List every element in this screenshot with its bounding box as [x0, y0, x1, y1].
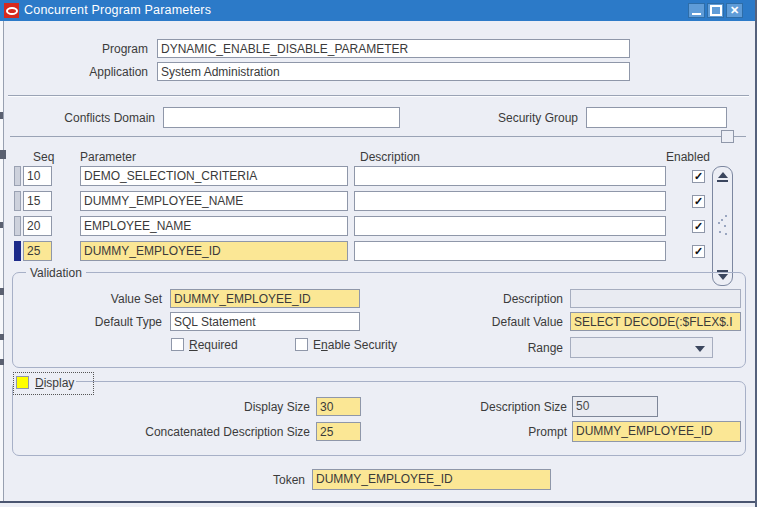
maximize-icon: [710, 5, 722, 16]
window-bottom-edge: [0, 501, 757, 503]
seq-field[interactable]: 10: [23, 166, 52, 186]
seq-header: Seq: [33, 150, 54, 164]
prompt-field[interactable]: DUMMY_EMPLOYEE_ID: [572, 421, 741, 442]
close-icon: ✕: [730, 4, 739, 17]
default-type-field[interactable]: SQL Statement: [170, 312, 360, 331]
range-dropdown[interactable]: [570, 337, 713, 358]
enabled-checkbox[interactable]: ✓: [692, 245, 705, 258]
background-fragment: [0, 222, 3, 228]
parameter-field[interactable]: DUMMY_EMPLOYEE_ID: [80, 241, 348, 261]
security-group-field[interactable]: [586, 107, 727, 128]
description-size-label: Description Size: [440, 400, 567, 414]
seq-field[interactable]: 20: [23, 216, 52, 236]
application-label: Application: [40, 65, 148, 79]
range-label: Range: [450, 341, 563, 355]
display-size-label: Display Size: [130, 400, 310, 414]
enabled-checkbox[interactable]: ✓: [692, 170, 705, 183]
dropdown-arrow-icon: [695, 346, 705, 352]
display-size-field[interactable]: 30: [316, 397, 361, 416]
validation-description-field[interactable]: [570, 289, 741, 308]
description-header: Description: [360, 150, 420, 164]
scroll-up-icon: [718, 172, 728, 178]
required-label: Required: [189, 338, 238, 352]
row-selector[interactable]: [14, 191, 21, 211]
minimize-button[interactable]: [688, 3, 705, 18]
description-field[interactable]: [354, 166, 666, 186]
seq-field[interactable]: 25: [23, 241, 52, 261]
display-frame: [12, 381, 746, 456]
concatenated-description-size-field[interactable]: 25: [316, 422, 361, 441]
enable-security-label: Enable Security: [313, 338, 397, 352]
default-value-field[interactable]: SELECT DECODE(:$FLEX$.I: [570, 312, 741, 331]
minimize-icon: [692, 13, 701, 15]
token-field[interactable]: DUMMY_EMPLOYEE_ID: [312, 469, 551, 490]
display-checkbox[interactable]: [16, 376, 29, 389]
parameter-field[interactable]: DEMO_SELECTION_CRITERIA: [80, 166, 348, 186]
seq-field[interactable]: 15: [23, 191, 52, 211]
description-field[interactable]: [354, 216, 666, 236]
default-value-label: Default Value: [450, 315, 563, 329]
block-checkbox[interactable]: [721, 130, 734, 143]
background-fragment: [0, 150, 6, 159]
parameter-header: Parameter: [80, 150, 136, 164]
conflicts-domain-label: Conflicts Domain: [20, 111, 155, 125]
close-button[interactable]: ✕: [726, 3, 743, 18]
security-group-label: Security Group: [460, 111, 578, 125]
program-label: Program: [40, 42, 148, 56]
parameter-field[interactable]: DUMMY_EMPLOYEE_NAME: [80, 191, 348, 211]
application-field[interactable]: System Administration: [157, 62, 630, 81]
validation-description-label: Description: [450, 292, 563, 306]
row-selector-selected[interactable]: [14, 241, 21, 261]
row-selector[interactable]: [14, 216, 21, 236]
conflicts-domain-field[interactable]: [163, 107, 400, 128]
title-bar[interactable]: Concurrent Program Parameters ✕: [0, 0, 757, 21]
background-window-sliver: [0, 21, 4, 501]
background-fragment: [0, 112, 3, 119]
concatenated-description-size-label: Concatenated Description Size: [130, 425, 310, 439]
description-field[interactable]: [354, 191, 666, 211]
parameter-field[interactable]: EMPLOYEE_NAME: [80, 216, 348, 236]
program-field[interactable]: DYNAMIC_ENABLE_DISABLE_PARAMETER: [157, 39, 630, 58]
value-set-field[interactable]: DUMMY_EMPLOYEE_ID: [170, 289, 360, 308]
validation-legend: Validation: [26, 266, 86, 280]
background-fragment: [0, 334, 4, 340]
enabled-header: Enabled: [630, 150, 710, 164]
concurrent-program-parameters-window: Concurrent Program Parameters ✕ Program …: [0, 0, 757, 507]
block-frame-line: [10, 136, 746, 137]
enable-security-checkbox[interactable]: [295, 338, 308, 351]
window-title: Concurrent Program Parameters: [24, 3, 211, 17]
scrollbar-texture: [721, 219, 723, 221]
scroll-up-button[interactable]: [713, 169, 732, 185]
row-selector[interactable]: [14, 166, 21, 186]
background-fragment: [0, 288, 4, 295]
maximize-button[interactable]: [707, 3, 724, 18]
prompt-label: Prompt: [440, 425, 567, 439]
display-label: Display: [33, 376, 76, 390]
default-type-label: Default Type: [60, 315, 162, 329]
enabled-checkbox[interactable]: ✓: [692, 195, 705, 208]
value-set-label: Value Set: [60, 292, 162, 306]
required-checkbox[interactable]: [171, 338, 184, 351]
record-scrollbar[interactable]: [712, 166, 733, 286]
description-field[interactable]: [354, 241, 666, 261]
enabled-checkbox[interactable]: ✓: [692, 220, 705, 233]
background-fragment: [0, 359, 4, 365]
oracle-logo-icon: [4, 3, 19, 18]
description-size-field[interactable]: 50: [572, 396, 658, 417]
token-label: Token: [230, 473, 305, 487]
separator-line: [8, 95, 749, 97]
